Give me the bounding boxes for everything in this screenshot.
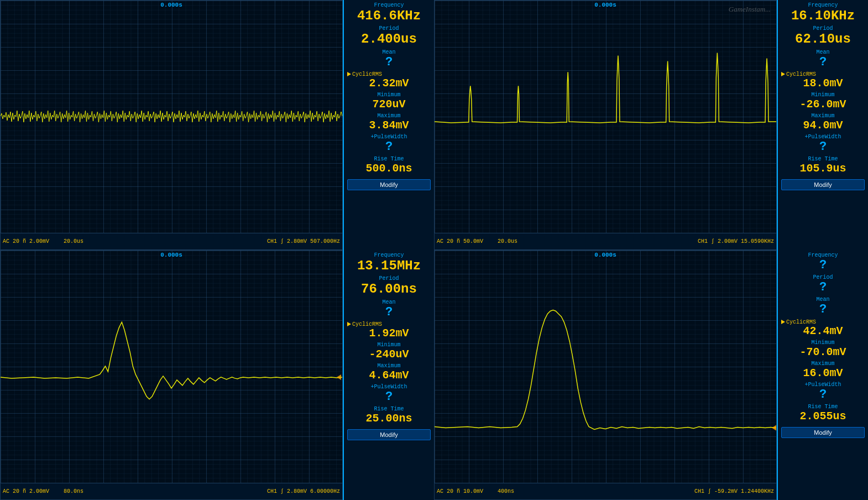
status-time-tr: 20.0us (498, 238, 517, 244)
br-cyclic-value: 42.4mV (781, 325, 865, 337)
tr-pulse-row: +PulseWidth ? (781, 134, 865, 154)
top-right-oscilloscope: 0.000s GameInstam... AC 20 ñ 50.0mV 20.0… (434, 0, 777, 250)
top-right-svg (435, 1, 776, 233)
tr-pulse-value: ? (781, 140, 865, 154)
top-left-time-marker: 0.000s (160, 2, 182, 8)
br-cyclic-arrow (781, 320, 785, 324)
tr-mean-row: Mean ? (781, 49, 865, 69)
tl-min-row: Minimum 720uV (347, 92, 431, 111)
bottom-right-oscilloscope: 0.000s AC 20 ñ 10.0mV (434, 250, 777, 500)
top-right-status-bar: AC 20 ñ 50.0mV 20.0us CH1 ∫ 2.00mV 15.05… (435, 233, 776, 249)
status-trig-icon-br: ∫ (708, 488, 711, 494)
status-time-tl: 20.0us (64, 238, 83, 244)
tl-period-value: 2.400us (347, 32, 431, 46)
bl-mean-label: Mean (347, 299, 431, 306)
status-coupling-tr: AC (437, 238, 443, 244)
status-freq-br: 1.24400KHz (741, 488, 774, 494)
status-scale1-br: 20 (447, 488, 453, 494)
status-coupling-bl: AC (3, 488, 9, 494)
br-cyclic-label: CyclicRMS (781, 319, 865, 325)
br-mean-row: Mean ? (781, 296, 865, 316)
tr-min-row: Minimum -26.0mV (781, 92, 865, 111)
bl-mean-value: ? (347, 306, 431, 319)
bottom-row: 0.000s AC 20 ñ 2.00mV (0, 250, 868, 500)
bl-modify-button[interactable]: Modify (347, 429, 431, 440)
status-scale1-tr: 20 (447, 238, 453, 244)
status-freq-tl: 507.000Hz (310, 238, 340, 244)
br-cyclic-row: CyclicRMS 42.4mV (781, 319, 865, 337)
tl-freq-value: 416.6KHz (347, 9, 431, 23)
top-right-sidebar: Frequency 16.10KHz Period 62.10us Mean ? (777, 0, 868, 250)
bottom-right-sidebar: Frequency ? Period ? Mean ? Cycl (777, 250, 868, 500)
br-rise-label: Rise Time (781, 404, 865, 410)
br-min-value: -70.0mV (781, 346, 865, 358)
br-max-row: Maximum 16.0mV (781, 361, 865, 379)
tl-rise-value: 500.0ns (347, 163, 431, 175)
status-scale2-tl: 2.00mV (29, 238, 49, 244)
tl-mean-row: Mean ? (347, 49, 431, 69)
tr-modify-button[interactable]: Modify (781, 179, 865, 190)
bl-rise-value: 25.00ns (347, 413, 431, 425)
bottom-left-time-marker: 0.000s (160, 252, 182, 258)
br-pulse-value: ? (781, 388, 865, 402)
bottom-left-waveform (1, 251, 342, 483)
status-scale2-br: 10.0mV (463, 488, 483, 494)
tl-freq-row: Frequency 416.6KHz (347, 2, 431, 23)
tr-cyclic-value: 18.0mV (781, 77, 865, 90)
status-nn-tr: ñ (457, 238, 460, 244)
svg-marker-1 (772, 425, 776, 430)
status-trig-br: -59.2mV (714, 488, 738, 494)
bl-cyclic-value: 1.92mV (347, 327, 431, 340)
status-trig-bl: 2.80mV (287, 488, 307, 494)
tl-pulse-value: ? (347, 140, 431, 154)
tr-mean-label: Mean (781, 49, 865, 56)
status-trig-tr: 2.00mV (718, 238, 738, 244)
tr-min-value: -26.0mV (781, 98, 865, 111)
tl-mean-value: ? (347, 56, 431, 69)
top-left-status-bar: AC 20 ñ 2.00mV 20.0us CH1 ∫ 2.80mV 507.0… (1, 233, 342, 249)
br-period-value: ? (781, 281, 865, 294)
br-pulse-label: +PulseWidth (781, 382, 865, 388)
bl-period-value: 76.00ns (347, 282, 431, 296)
bl-min-value: -240uV (347, 348, 431, 361)
br-modify-button[interactable]: Modify (781, 427, 865, 438)
status-trig-icon-tr: ∫ (711, 238, 714, 244)
tl-modify-button[interactable]: Modify (347, 179, 431, 190)
br-freq-row: Frequency ? (781, 252, 865, 272)
bl-pulse-row: +PulseWidth ? (347, 384, 431, 404)
svg-marker-0 (337, 374, 341, 380)
br-period-row: Period ? (781, 274, 865, 294)
bottom-left-oscilloscope: 0.000s AC 20 ñ 2.00mV (0, 250, 343, 500)
status-nn-br: ñ (457, 488, 460, 494)
status-freq-tr: 15.0590KHz (741, 238, 774, 244)
main-layout: 0.000s AC 20 ñ 2.00mV 20.0us CH1 (0, 0, 868, 500)
tr-max-value: 94.0mV (781, 119, 865, 132)
br-max-label: Maximum (781, 361, 865, 367)
bottom-right-panel-group: 0.000s AC 20 ñ 10.0mV (434, 250, 868, 500)
tl-pulse-row: +PulseWidth ? (347, 134, 431, 154)
status-ch-tr: CH1 (698, 238, 708, 244)
tr-rise-value: 105.9us (781, 163, 865, 175)
bottom-left-panel-group: 0.000s AC 20 ñ 2.00mV (0, 250, 434, 500)
tr-period-row: Period 62.10us (781, 25, 865, 46)
tr-freq-row: Frequency 16.10KHz (781, 2, 865, 23)
bl-max-value: 4.64mV (347, 369, 431, 382)
status-nn-tl: ñ (23, 238, 26, 244)
bl-min-row: Minimum -240uV (347, 342, 431, 361)
status-trig-tl: 2.80mV (287, 238, 307, 244)
tl-max-row: Maximum 3.84mV (347, 113, 431, 132)
status-ch-bl: CH1 (267, 488, 277, 494)
bottom-right-svg (435, 251, 776, 483)
tl-cyclic-row: CyclicRMS 2.32mV (347, 71, 431, 90)
status-nn-bl: ñ (23, 488, 26, 494)
tl-cyclic-value: 2.32mV (347, 77, 431, 90)
tr-period-value: 62.10us (781, 32, 865, 46)
top-left-svg (1, 1, 342, 233)
br-min-label: Minimum (781, 340, 865, 346)
status-ch-tl: CH1 (267, 238, 277, 244)
status-coupling-br: AC (437, 488, 443, 494)
status-coupling-tl: AC (3, 238, 9, 244)
br-rise-value: 2.055us (781, 410, 865, 423)
bl-period-row: Period 76.00ns (347, 275, 431, 296)
top-left-oscilloscope: 0.000s AC 20 ñ 2.00mV 20.0us CH1 (0, 0, 343, 250)
